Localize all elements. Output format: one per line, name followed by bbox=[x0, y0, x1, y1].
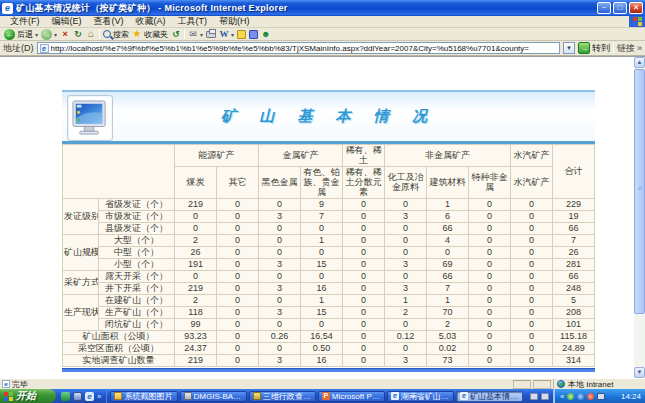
tray-collapse-icon[interactable]: « bbox=[560, 392, 564, 401]
messenger-quicklaunch-icon[interactable] bbox=[61, 392, 70, 401]
data-cell: 0 bbox=[343, 234, 385, 246]
mail-dropdown-icon[interactable]: ▾ bbox=[200, 31, 203, 38]
alert-tray-icon[interactable] bbox=[587, 393, 594, 400]
data-cell: 3 bbox=[385, 258, 427, 270]
status-panel bbox=[533, 380, 551, 389]
data-cell: 93.23 bbox=[175, 330, 217, 342]
vertical-scrollbar[interactable]: ▲ ▼ bbox=[634, 57, 645, 378]
print-button[interactable] bbox=[206, 31, 216, 38]
data-cell: 0 bbox=[511, 246, 553, 258]
column-header: 水汽矿产 bbox=[511, 166, 553, 198]
toolbar-separator bbox=[99, 29, 100, 39]
taskbar-button-label: DMGIS-BAI (J:) bbox=[194, 392, 243, 401]
start-button[interactable]: 开始 bbox=[0, 389, 56, 403]
scroll-down-icon[interactable]: ▼ bbox=[634, 367, 645, 378]
search-button[interactable]: 搜索 bbox=[103, 29, 129, 40]
minimize-button[interactable]: － bbox=[597, 2, 611, 14]
media-button[interactable] bbox=[249, 30, 258, 39]
back-button[interactable]: ← 后退 ▾ bbox=[4, 29, 38, 40]
links-menu[interactable]: 链接 » bbox=[617, 42, 642, 55]
data-cell: 0 bbox=[469, 222, 511, 234]
data-cell: 248 bbox=[553, 282, 595, 294]
ie-quicklaunch-icon[interactable]: e bbox=[85, 392, 94, 401]
row-group-label: 矿山规模 bbox=[63, 234, 99, 270]
data-cell: 0 bbox=[385, 342, 427, 354]
address-separator bbox=[613, 43, 614, 53]
address-input[interactable]: e http://localhost/%e7%9f%bf%e5%b1%b1%e5… bbox=[37, 42, 560, 54]
forward-dropdown-icon[interactable]: ▾ bbox=[54, 31, 57, 38]
ie-icon: e bbox=[460, 392, 468, 400]
taskbar-button[interactable]: e湖南省矿山地... bbox=[387, 391, 454, 402]
data-cell: 6 bbox=[427, 210, 469, 222]
column-group-header: 金属矿产 bbox=[259, 145, 343, 167]
taskbar-button-label: 三维行政查询... bbox=[263, 391, 312, 402]
data-cell: 0 bbox=[301, 318, 343, 330]
menu-item[interactable]: 帮助(H) bbox=[213, 16, 256, 26]
taskbar-button[interactable]: 三维行政查询... bbox=[249, 391, 316, 402]
column-group-header: 能源矿产 bbox=[175, 145, 259, 167]
show-desktop-icon[interactable] bbox=[73, 392, 82, 401]
edit-dropdown-icon[interactable]: ▾ bbox=[231, 31, 234, 38]
data-cell: 1 bbox=[301, 294, 343, 306]
favorites-button[interactable]: ★ 收藏夹 bbox=[132, 29, 168, 40]
device-tray-icon[interactable] bbox=[541, 393, 549, 400]
taskbar-button[interactable]: DMGIS-BAI (J:) bbox=[180, 391, 247, 402]
ppt-icon: P bbox=[322, 392, 330, 400]
taskbar-button[interactable]: PMicrosoft Pow... bbox=[318, 391, 385, 402]
data-cell: 0 bbox=[469, 234, 511, 246]
ie-icon: e bbox=[391, 392, 399, 400]
mail-button[interactable]: ✉ ▾ bbox=[188, 29, 203, 39]
data-cell: 1 bbox=[427, 294, 469, 306]
row-label: 露天开采（个） bbox=[99, 270, 175, 282]
row-label: 井下开采（个） bbox=[99, 282, 175, 294]
column-header: 其它 bbox=[217, 166, 259, 198]
home-button[interactable]: ⌂ bbox=[86, 29, 96, 39]
discuss-button[interactable] bbox=[237, 30, 246, 39]
data-cell: 0 bbox=[259, 222, 301, 234]
quicklaunch-overflow-icon[interactable]: » bbox=[97, 392, 101, 401]
network-tray-icon[interactable] bbox=[577, 393, 584, 400]
refresh-button[interactable]: ↻ bbox=[73, 29, 83, 39]
display-tray-icon[interactable] bbox=[597, 393, 605, 400]
data-cell: 1 bbox=[301, 234, 343, 246]
forward-button[interactable]: → ▾ bbox=[41, 29, 57, 40]
data-cell: 2 bbox=[175, 294, 217, 306]
menu-item[interactable]: 查看(V) bbox=[88, 16, 130, 26]
data-cell: 0 bbox=[511, 270, 553, 282]
printer-tray-icon[interactable] bbox=[530, 393, 538, 400]
row-label: 生产矿山（个） bbox=[99, 306, 175, 318]
table-row: 中型（个）260000000026 bbox=[63, 246, 595, 258]
close-button[interactable]: ✕ bbox=[629, 2, 643, 14]
data-cell: 0.50 bbox=[301, 342, 343, 354]
menu-item[interactable]: 工具(T) bbox=[172, 16, 214, 26]
table-row: 生产矿山（个）1180315027000208 bbox=[63, 306, 595, 318]
data-cell: 0 bbox=[511, 258, 553, 270]
clock: 14:24 bbox=[621, 392, 641, 401]
taskbar-button[interactable]: 系统截图图片 bbox=[110, 391, 177, 402]
document-icon: e bbox=[2, 380, 10, 388]
stop-button[interactable]: × bbox=[60, 29, 70, 39]
go-button[interactable]: → 转到 bbox=[578, 42, 610, 55]
data-cell: 101 bbox=[553, 318, 595, 330]
back-dropdown-icon[interactable]: ▾ bbox=[35, 31, 38, 38]
menu-item[interactable]: 收藏(A) bbox=[130, 16, 172, 26]
data-cell: 115.18 bbox=[553, 330, 595, 342]
menu-bar: 文件(F)编辑(E)查看(V)收藏(A)工具(T)帮助(H) bbox=[0, 16, 645, 28]
edit-button[interactable]: W ▾ bbox=[219, 29, 234, 39]
data-cell: 0 bbox=[301, 270, 343, 282]
quick-launch: e » bbox=[56, 389, 107, 403]
row-group-label: 生产现状 bbox=[63, 294, 99, 330]
antivirus-tray-icon[interactable] bbox=[567, 393, 574, 400]
menu-item[interactable]: 编辑(E) bbox=[46, 16, 88, 26]
taskbar-button[interactable]: e矿山基本情况... bbox=[456, 391, 523, 402]
history-button[interactable]: ↺ bbox=[171, 29, 181, 39]
data-cell: 0 bbox=[217, 270, 259, 282]
scroll-up-icon[interactable]: ▲ bbox=[634, 57, 645, 68]
favorites-star-icon: ★ bbox=[132, 29, 142, 39]
maximize-button[interactable]: □ bbox=[613, 2, 627, 14]
scrollbar-thumb[interactable] bbox=[634, 69, 645, 314]
row-label: 在建矿山（个） bbox=[99, 294, 175, 306]
address-dropdown-icon[interactable]: ▼ bbox=[563, 42, 575, 54]
messenger-button[interactable]: ☻ bbox=[261, 29, 270, 39]
menu-item[interactable]: 文件(F) bbox=[4, 16, 46, 26]
